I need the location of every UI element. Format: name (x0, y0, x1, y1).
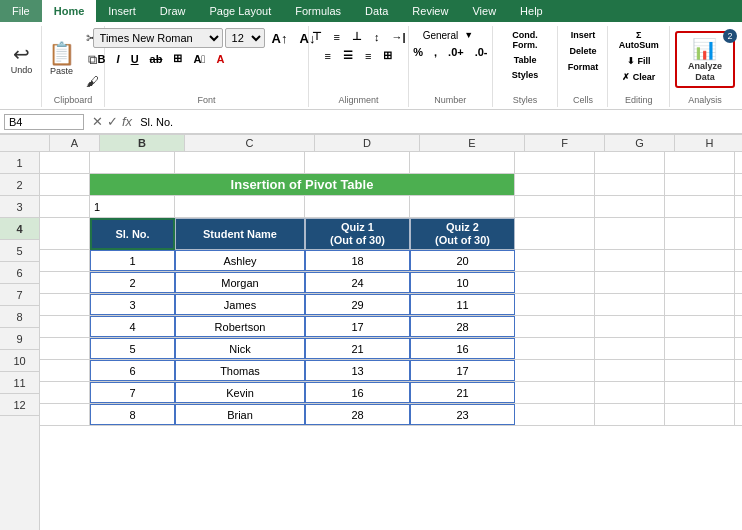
row-num-7[interactable]: 7 (0, 284, 39, 306)
col-header-e[interactable]: E (420, 135, 525, 151)
indent-button[interactable]: →| (386, 28, 410, 45)
increase-decimal-button[interactable]: .0+ (443, 44, 469, 60)
cell-c4-name[interactable]: Student Name (175, 218, 305, 250)
cell-f5[interactable] (515, 250, 595, 271)
col-header-b[interactable]: B (100, 135, 185, 151)
tab-draw[interactable]: Draw (148, 0, 198, 22)
cell-d9[interactable]: 21 (305, 338, 410, 359)
cell-i1[interactable] (735, 152, 742, 173)
tab-home[interactable]: Home (42, 0, 97, 22)
number-format-dropdown[interactable]: ▼ (459, 28, 478, 42)
cell-b12[interactable]: 8 (90, 404, 175, 425)
cell-g2[interactable] (595, 174, 665, 195)
cell-f4[interactable] (515, 218, 595, 250)
cell-c6[interactable]: Morgan (175, 272, 305, 293)
cell-c11[interactable]: Kevin (175, 382, 305, 403)
cell-c12[interactable]: Brian (175, 404, 305, 425)
cell-i5[interactable] (735, 250, 742, 271)
format-cells-button[interactable]: Format (563, 60, 604, 74)
row-num-9[interactable]: 9 (0, 328, 39, 350)
cell-f8[interactable] (515, 316, 595, 337)
border-button[interactable]: ⊞ (168, 50, 187, 67)
font-color-button[interactable]: A (211, 51, 229, 67)
confirm-icon[interactable]: ✓ (107, 114, 118, 129)
tab-help[interactable]: Help (508, 0, 555, 22)
delete-cells-button[interactable]: Delete (564, 44, 601, 58)
cell-d5[interactable]: 18 (305, 250, 410, 271)
cell-e4-quiz2[interactable]: Quiz 2(Out of 30) (410, 218, 515, 250)
formula-input[interactable]: Sl. No. (136, 116, 738, 128)
insert-function-icon[interactable]: fx (122, 114, 132, 129)
row-num-5[interactable]: 5 (0, 240, 39, 262)
cell-h9[interactable] (665, 338, 735, 359)
cancel-icon[interactable]: ✕ (92, 114, 103, 129)
cell-b9[interactable]: 5 (90, 338, 175, 359)
cell-d12[interactable]: 28 (305, 404, 410, 425)
cell-i7[interactable] (735, 294, 742, 315)
undo-button[interactable]: ↩ Undo (5, 41, 37, 78)
cell-f3[interactable] (515, 196, 595, 217)
tab-file[interactable]: File (0, 0, 42, 22)
row-num-12[interactable]: 12 (0, 394, 39, 416)
cell-b8[interactable]: 4 (90, 316, 175, 337)
cell-g4[interactable] (595, 218, 665, 250)
cell-b5[interactable]: 1 (90, 250, 175, 271)
cell-b11[interactable]: 7 (90, 382, 175, 403)
cell-h11[interactable] (665, 382, 735, 403)
cell-b1[interactable] (90, 152, 175, 173)
cell-d4-quiz1[interactable]: Quiz 1(Out of 30) (305, 218, 410, 250)
clear-button[interactable]: ✗ Clear (617, 70, 660, 84)
cell-i8[interactable] (735, 316, 742, 337)
align-top-button[interactable]: ⊤ (307, 28, 327, 45)
analyze-data-button[interactable]: 📊 AnalyzeData 2 (675, 31, 735, 89)
align-right-button[interactable]: ≡ (360, 47, 376, 64)
cell-h1[interactable] (665, 152, 735, 173)
cell-i3[interactable] (735, 196, 742, 217)
cell-g5[interactable] (595, 250, 665, 271)
cell-g10[interactable] (595, 360, 665, 381)
tab-page-layout[interactable]: Page Layout (197, 0, 283, 22)
row-num-6[interactable]: 6 (0, 262, 39, 284)
insert-cells-button[interactable]: Insert (566, 28, 601, 42)
cell-a12[interactable] (40, 404, 90, 425)
row-num-3[interactable]: 3 (0, 196, 39, 218)
cell-e3[interactable] (410, 196, 515, 217)
cell-e5[interactable]: 20 (410, 250, 515, 271)
cell-e9[interactable]: 16 (410, 338, 515, 359)
cell-b6[interactable]: 2 (90, 272, 175, 293)
cell-h5[interactable] (665, 250, 735, 271)
cell-a11[interactable] (40, 382, 90, 403)
strikethrough-button[interactable]: ab (145, 51, 168, 67)
cell-f7[interactable] (515, 294, 595, 315)
font-size-select[interactable]: 12 (225, 28, 265, 48)
col-header-d[interactable]: D (315, 135, 420, 151)
cell-g3[interactable] (595, 196, 665, 217)
cell-g8[interactable] (595, 316, 665, 337)
cell-f9[interactable] (515, 338, 595, 359)
cell-i12[interactable] (735, 404, 742, 425)
row-num-10[interactable]: 10 (0, 350, 39, 372)
cell-h7[interactable] (665, 294, 735, 315)
cell-c3[interactable] (175, 196, 305, 217)
cell-g12[interactable] (595, 404, 665, 425)
cell-f10[interactable] (515, 360, 595, 381)
tab-formulas[interactable]: Formulas (283, 0, 353, 22)
font-name-select[interactable]: Times New Roman (93, 28, 223, 48)
fill-color-button[interactable]: A⃝ (188, 51, 210, 67)
cell-a1[interactable] (40, 152, 90, 173)
cell-a7[interactable] (40, 294, 90, 315)
format-as-table-button[interactable]: Table (499, 53, 552, 67)
autosum-button[interactable]: Σ AutoSum (614, 28, 664, 52)
col-header-f[interactable]: F (525, 135, 605, 151)
cell-f11[interactable] (515, 382, 595, 403)
cell-h4[interactable] (665, 218, 735, 250)
cell-a2[interactable] (40, 174, 90, 195)
paste-button[interactable]: 📋 Paste (43, 40, 80, 79)
cell-b4-slno[interactable]: Sl. No. (90, 218, 175, 250)
cell-c1[interactable] (175, 152, 305, 173)
cell-i10[interactable] (735, 360, 742, 381)
conditional-formatting-button[interactable]: Cond. Form. (499, 28, 552, 52)
align-center-button[interactable]: ☰ (338, 47, 358, 64)
cell-i4[interactable] (735, 218, 742, 250)
row-num-1[interactable]: 1 (0, 152, 39, 174)
